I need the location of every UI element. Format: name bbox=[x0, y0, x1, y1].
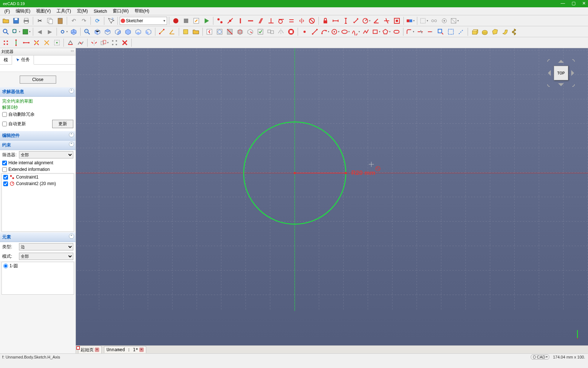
fit-all-icon[interactable] bbox=[1, 27, 11, 37]
radius-label[interactable]: R20 mm bbox=[351, 169, 375, 176]
measure-ang-icon[interactable] bbox=[167, 27, 177, 37]
sk-construction-icon[interactable] bbox=[456, 27, 466, 37]
constrain-radius-icon[interactable]: ▾ bbox=[361, 16, 371, 26]
sk-conic-icon[interactable]: ▾ bbox=[341, 27, 350, 37]
open-icon[interactable] bbox=[1, 16, 11, 26]
array-icon[interactable] bbox=[110, 38, 119, 47]
nav-back-icon[interactable]: ◀ bbox=[35, 27, 45, 37]
symmetry-icon[interactable] bbox=[89, 38, 99, 47]
constrain-distance-icon[interactable] bbox=[351, 16, 361, 26]
link-icon[interactable]: ▾ bbox=[59, 27, 68, 37]
mode-select[interactable]: 全部 bbox=[19, 253, 73, 260]
connect-icon[interactable] bbox=[76, 38, 85, 47]
navcube-rotate-icon[interactable] bbox=[546, 81, 553, 88]
sk-point-icon[interactable] bbox=[300, 27, 309, 37]
merge-sketch-icon[interactable] bbox=[266, 27, 275, 37]
macro-play-icon[interactable] bbox=[202, 16, 211, 26]
select-redundant-icon[interactable] bbox=[32, 38, 41, 47]
map-sketch-icon[interactable] bbox=[235, 27, 245, 37]
sk-external-icon[interactable] bbox=[436, 27, 445, 37]
select-constraints-icon[interactable]: ▾ bbox=[419, 16, 429, 26]
menu-macro[interactable]: 宏(M) bbox=[74, 7, 91, 15]
select-origin-icon[interactable] bbox=[1, 38, 11, 47]
navcube-right-icon[interactable] bbox=[571, 70, 577, 76]
menu-edit[interactable]: 编辑(E) bbox=[13, 7, 33, 15]
constrain-angle-icon[interactable] bbox=[372, 16, 381, 26]
constraint-item[interactable]: Constraint1 bbox=[2, 174, 74, 180]
close-shape-icon[interactable] bbox=[66, 38, 75, 47]
zoom-win-icon[interactable] bbox=[82, 27, 92, 37]
constrain-lock-icon[interactable] bbox=[321, 16, 330, 26]
clone-icon[interactable]: ▾ bbox=[100, 38, 109, 47]
view-right-icon[interactable] bbox=[113, 27, 123, 37]
constraint-checkbox[interactable] bbox=[3, 175, 8, 180]
mirror-sketch-icon[interactable] bbox=[276, 27, 286, 37]
nav-mode-selector[interactable]: CAD ▾ bbox=[531, 354, 549, 360]
sk-extend-icon[interactable] bbox=[426, 27, 435, 37]
undo-icon[interactable]: ↶ bbox=[69, 16, 78, 26]
view-section-icon[interactable] bbox=[225, 27, 235, 37]
sk-rect-icon[interactable]: ▾ bbox=[371, 27, 381, 37]
close-button[interactable]: Close bbox=[20, 76, 56, 84]
nav-fwd-icon[interactable]: ▶ bbox=[45, 27, 55, 37]
navcube-rotate-icon[interactable] bbox=[569, 81, 576, 88]
macro-record-icon[interactable] bbox=[171, 16, 181, 26]
navcube-rotate-icon[interactable] bbox=[546, 58, 553, 65]
view-front-icon[interactable] bbox=[93, 27, 102, 37]
tab-task[interactable]: 任务 bbox=[12, 55, 34, 65]
view-top-icon[interactable] bbox=[103, 27, 112, 37]
collapse-icon[interactable]: ⌃ bbox=[69, 132, 74, 137]
filter-select[interactable]: 全部 bbox=[19, 151, 73, 158]
cut-icon[interactable]: ✂ bbox=[35, 16, 45, 26]
sk-trim-icon[interactable] bbox=[415, 27, 425, 37]
sketch-canvas[interactable]: R20 mm TOP 起始页 bbox=[76, 48, 588, 353]
fit-selection-icon[interactable]: ▾ bbox=[11, 27, 21, 37]
elements-header[interactable]: 元素⌃ bbox=[0, 233, 76, 242]
pd-helix-icon[interactable] bbox=[511, 27, 520, 37]
part-icon[interactable] bbox=[181, 27, 190, 37]
constraint-checkbox[interactable] bbox=[3, 181, 8, 186]
select-elements-icon[interactable] bbox=[52, 38, 62, 47]
view-bottom-icon[interactable] bbox=[134, 27, 143, 37]
constrain-horizdist-icon[interactable] bbox=[331, 16, 340, 26]
navcube-face[interactable]: TOP bbox=[554, 66, 568, 80]
sk-arc-icon[interactable]: ▾ bbox=[320, 27, 330, 37]
sk-polyline-icon[interactable] bbox=[361, 27, 371, 37]
stop-operation-icon[interactable] bbox=[286, 27, 296, 37]
constrain-tangent-icon[interactable] bbox=[276, 16, 286, 26]
constrain-symmetric-icon[interactable] bbox=[297, 16, 306, 26]
workbench-selector[interactable]: Sketcher bbox=[120, 17, 167, 25]
pd-sweep-icon[interactable] bbox=[500, 27, 510, 37]
tab-close-icon[interactable]: × bbox=[139, 348, 144, 352]
constrain-pointonline-icon[interactable] bbox=[225, 16, 235, 26]
element-radio[interactable] bbox=[3, 264, 8, 268]
extended-info-checkbox[interactable] bbox=[2, 167, 7, 172]
pd-revolve-icon[interactable] bbox=[480, 27, 490, 37]
toggle-driving-icon[interactable]: ▾ bbox=[406, 16, 415, 26]
doc-tab-startpage[interactable]: 起始页 × bbox=[78, 346, 102, 354]
navcube-up-icon[interactable] bbox=[558, 57, 564, 63]
editctrl-header[interactable]: 编辑控件⌃ bbox=[0, 131, 76, 141]
navcube-down-icon[interactable] bbox=[558, 83, 564, 89]
constrain-coincident-icon[interactable] bbox=[215, 16, 225, 26]
leave-sketch-icon[interactable] bbox=[205, 27, 214, 37]
select-vaxis-icon[interactable] bbox=[11, 38, 21, 47]
maximize-icon[interactable]: ▢ bbox=[572, 1, 576, 6]
sk-fillet-icon[interactable]: ▾ bbox=[405, 27, 415, 37]
pd-pad-icon[interactable] bbox=[470, 27, 479, 37]
draw-style-icon[interactable]: ▾ bbox=[22, 27, 31, 37]
hide-internal-checkbox[interactable] bbox=[2, 161, 7, 165]
constrain-vertdist-icon[interactable] bbox=[341, 16, 351, 26]
constraint-item[interactable]: Constraint2 (20 mm) bbox=[2, 180, 74, 187]
menu-sketch[interactable]: Sketch bbox=[91, 8, 110, 15]
copy-icon[interactable] bbox=[45, 16, 55, 26]
refresh-icon[interactable]: ⟳ bbox=[93, 16, 102, 26]
paste-icon[interactable] bbox=[55, 16, 65, 26]
constrain-horizontal-icon[interactable] bbox=[246, 16, 255, 26]
print-icon[interactable] bbox=[22, 16, 31, 26]
collapse-icon[interactable]: ⌃ bbox=[69, 234, 74, 239]
sk-polygon-icon[interactable]: ▾ bbox=[382, 27, 391, 37]
solver-header[interactable]: 求解器信息⌃ bbox=[0, 87, 76, 97]
menu-view[interactable]: 视图(V) bbox=[33, 7, 54, 15]
collapse-icon[interactable]: ⌃ bbox=[69, 88, 74, 93]
